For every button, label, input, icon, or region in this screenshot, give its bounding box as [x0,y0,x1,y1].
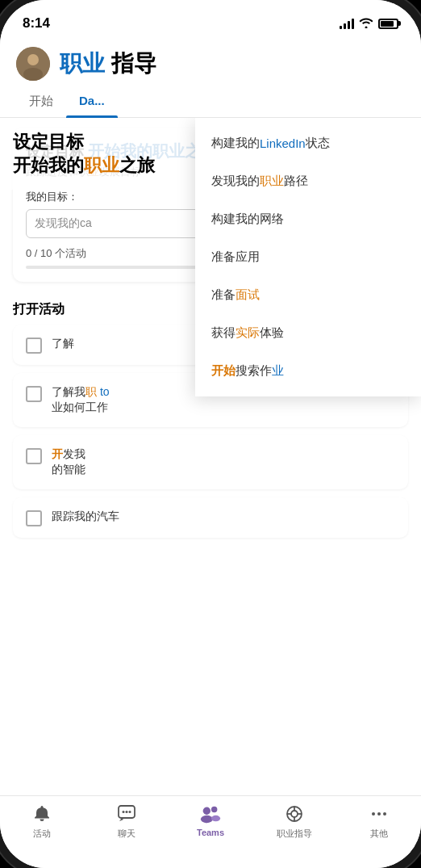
nav-item-career[interactable]: 职业指导 [252,803,336,840]
nav-label-more: 其他 [370,828,388,840]
checkbox-4[interactable] [26,510,42,526]
status-icons [340,17,398,31]
checkbox-2[interactable] [26,386,42,402]
dropdown-menu: 构建我的 LinkedIn 状态 发现我的职业路径 构建我的网络 准备应用 准备… [195,118,421,396]
nav-item-more[interactable]: 其他 [337,803,421,840]
header-title: 职业 指导 [60,48,156,79]
dropdown-item-7[interactable]: 开始搜索作业 [195,352,421,390]
bottom-nav: 活动 聊天 [0,795,421,868]
nav-label-chat: 聊天 [118,828,135,840]
checkbox-3[interactable] [26,448,42,464]
svg-point-6 [128,811,131,813]
overlay-title-area: 设定目标 开始我的职业之旅 [0,118,195,190]
nav-label-activity: 活动 [33,828,51,840]
nav-label-teams: Teams [197,828,224,837]
nav-item-teams[interactable]: Teams [169,803,252,837]
svg-point-10 [211,816,220,821]
svg-point-9 [201,816,213,823]
svg-point-8 [203,807,210,815]
dropdown-item-1[interactable]: 构建我的 LinkedIn 状态 [195,124,421,162]
dropdown-item-4[interactable]: 准备应用 [195,238,421,276]
nav-item-chat[interactable]: 聊天 [84,803,168,840]
battery-icon [378,19,398,29]
teams-icon [199,803,222,825]
career-icon [283,803,306,825]
tab-da[interactable]: Da... [66,86,118,117]
svg-point-17 [372,812,375,816]
chat-icon [115,803,138,825]
wifi-icon [359,17,373,31]
activity-text-3: 开发我 的智能 [52,447,85,478]
dropdown-item-6[interactable]: 获得实际体验 [195,314,421,352]
phone-frame: 8:14 职业 [0,0,421,868]
svg-point-19 [383,812,386,816]
svg-point-18 [377,812,381,816]
avatar [16,47,50,81]
nav-label-career: 职业指导 [277,828,312,840]
activity-text-2: 了解我职 to 业如何工作 [52,384,110,416]
svg-point-4 [122,811,124,813]
checkbox-1[interactable] [26,338,42,354]
more-icon [368,803,390,825]
nav-item-activity[interactable]: 活动 [0,803,84,840]
svg-point-1 [27,54,39,65]
svg-point-7 [211,807,217,812]
svg-point-5 [125,811,127,813]
status-bar: 8:14 [0,0,421,40]
tab-bar: 开始 Da... [0,86,421,118]
scroll-area: 设定目标 开始我的职业之旅 跟踪进度和职业发展目标 我的目标： 发现我的ca 0… [0,118,421,748]
overlay-title: 设定目标 开始我的职业之旅 [13,131,182,177]
svg-point-2 [23,68,43,81]
activity-text-1: 了解 [52,336,74,352]
activity-item-3: 开发我 的智能 [13,435,408,489]
tab-start[interactable]: 开始 [16,86,66,117]
signal-icon [340,18,354,29]
status-time: 8:14 [23,15,50,31]
dropdown-item-3[interactable]: 构建我的网络 [195,200,421,238]
svg-point-12 [291,811,298,817]
app-header: 职业 指导 [0,40,421,86]
dropdown-item-5[interactable]: 准备面试 [195,276,421,314]
activity-item-4: 跟踪我的汽车 [13,497,408,538]
dropdown-item-2[interactable]: 发现我的职业路径 [195,162,421,200]
bell-icon [31,803,53,825]
activity-text-4: 跟踪我的汽车 [52,509,119,525]
